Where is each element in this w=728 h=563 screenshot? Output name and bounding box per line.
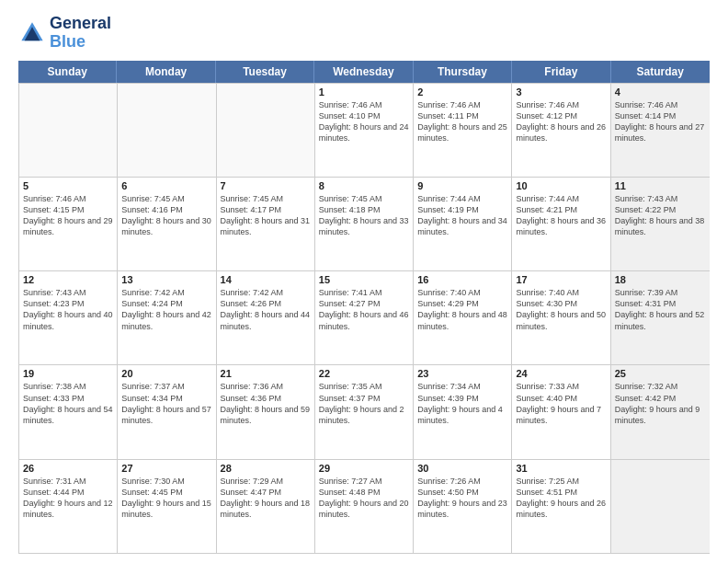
cell-info: Sunrise: 7:43 AM Sunset: 4:23 PM Dayligh… [23,287,113,332]
logo-icon [18,19,46,47]
calendar-cell-8: 8Sunrise: 7:45 AM Sunset: 4:18 PM Daylig… [315,178,414,270]
calendar-cell-11: 11Sunrise: 7:43 AM Sunset: 4:22 PM Dayli… [611,178,710,270]
cell-info: Sunrise: 7:31 AM Sunset: 4:44 PM Dayligh… [23,476,113,521]
logo: General Blue [18,15,111,52]
cell-info: Sunrise: 7:40 AM Sunset: 4:29 PM Dayligh… [417,287,507,332]
cell-info: Sunrise: 7:34 AM Sunset: 4:39 PM Dayligh… [417,381,507,426]
calendar-row-1: 5Sunrise: 7:46 AM Sunset: 4:15 PM Daylig… [19,177,710,270]
day-number: 31 [516,463,606,474]
cell-info: Sunrise: 7:26 AM Sunset: 4:50 PM Dayligh… [417,476,507,521]
cell-info: Sunrise: 7:45 AM Sunset: 4:16 PM Dayligh… [121,193,211,238]
cell-info: Sunrise: 7:32 AM Sunset: 4:42 PM Dayligh… [615,381,706,426]
cell-info: Sunrise: 7:27 AM Sunset: 4:48 PM Dayligh… [319,476,409,521]
cell-info: Sunrise: 7:25 AM Sunset: 4:51 PM Dayligh… [516,476,606,521]
calendar-cell-empty [217,84,315,177]
cell-info: Sunrise: 7:35 AM Sunset: 4:37 PM Dayligh… [319,381,409,426]
calendar-cell-5: 5Sunrise: 7:46 AM Sunset: 4:15 PM Daylig… [19,178,118,270]
calendar-cell-empty [611,460,710,553]
cell-info: Sunrise: 7:33 AM Sunset: 4:40 PM Dayligh… [516,381,606,426]
calendar-cell-27: 27Sunrise: 7:30 AM Sunset: 4:45 PM Dayli… [118,460,216,553]
calendar-cell-19: 19Sunrise: 7:38 AM Sunset: 4:33 PM Dayli… [19,365,118,458]
cell-info: Sunrise: 7:45 AM Sunset: 4:18 PM Dayligh… [319,193,409,238]
cell-info: Sunrise: 7:44 AM Sunset: 4:21 PM Dayligh… [516,193,606,238]
day-number: 2 [417,86,507,98]
weekday-header-friday: Friday [512,61,610,83]
calendar-cell-23: 23Sunrise: 7:34 AM Sunset: 4:39 PM Dayli… [414,365,512,458]
calendar-cell-2: 2Sunrise: 7:46 AM Sunset: 4:11 PM Daylig… [414,84,512,177]
day-number: 30 [417,463,507,474]
calendar-cell-empty [118,84,216,177]
calendar-cell-empty [19,84,118,177]
day-number: 22 [319,368,409,379]
day-number: 5 [23,180,113,191]
calendar-cell-14: 14Sunrise: 7:42 AM Sunset: 4:26 PM Dayli… [217,271,315,364]
cell-info: Sunrise: 7:37 AM Sunset: 4:34 PM Dayligh… [121,381,211,426]
calendar-cell-16: 16Sunrise: 7:40 AM Sunset: 4:29 PM Dayli… [414,271,512,364]
cell-info: Sunrise: 7:44 AM Sunset: 4:19 PM Dayligh… [417,193,507,238]
day-number: 16 [417,274,507,285]
day-number: 17 [516,274,606,285]
page: General Blue SundayMondayTuesdayWednesda… [0,0,728,563]
day-number: 13 [121,274,211,285]
header: General Blue [18,15,710,52]
day-number: 15 [319,274,409,285]
day-number: 25 [615,368,706,379]
calendar: SundayMondayTuesdayWednesdayThursdayFrid… [18,61,710,554]
cell-info: Sunrise: 7:40 AM Sunset: 4:30 PM Dayligh… [516,287,606,332]
calendar-cell-22: 22Sunrise: 7:35 AM Sunset: 4:37 PM Dayli… [315,365,414,458]
weekday-header-saturday: Saturday [611,61,710,83]
calendar-row-2: 12Sunrise: 7:43 AM Sunset: 4:23 PM Dayli… [19,270,710,364]
day-number: 9 [417,180,507,191]
day-number: 27 [121,463,211,474]
calendar-cell-1: 1Sunrise: 7:46 AM Sunset: 4:10 PM Daylig… [315,84,414,177]
day-number: 23 [417,368,507,379]
calendar-cell-31: 31Sunrise: 7:25 AM Sunset: 4:51 PM Dayli… [512,460,610,553]
cell-info: Sunrise: 7:39 AM Sunset: 4:31 PM Dayligh… [615,287,706,332]
calendar-cell-12: 12Sunrise: 7:43 AM Sunset: 4:23 PM Dayli… [19,271,118,364]
calendar-cell-6: 6Sunrise: 7:45 AM Sunset: 4:16 PM Daylig… [118,178,216,270]
calendar-cell-29: 29Sunrise: 7:27 AM Sunset: 4:48 PM Dayli… [315,460,414,553]
cell-info: Sunrise: 7:45 AM Sunset: 4:17 PM Dayligh… [221,193,311,238]
calendar-cell-10: 10Sunrise: 7:44 AM Sunset: 4:21 PM Dayli… [512,178,610,270]
weekday-header-sunday: Sunday [18,61,117,83]
day-number: 24 [516,368,606,379]
cell-info: Sunrise: 7:41 AM Sunset: 4:27 PM Dayligh… [319,287,409,332]
calendar-cell-18: 18Sunrise: 7:39 AM Sunset: 4:31 PM Dayli… [611,271,710,364]
cell-info: Sunrise: 7:46 AM Sunset: 4:10 PM Dayligh… [319,99,409,144]
cell-info: Sunrise: 7:46 AM Sunset: 4:15 PM Dayligh… [23,193,113,238]
day-number: 11 [615,180,706,191]
day-number: 19 [23,368,113,379]
cell-info: Sunrise: 7:29 AM Sunset: 4:47 PM Dayligh… [221,476,311,521]
day-number: 3 [516,86,606,98]
day-number: 4 [615,86,706,98]
calendar-row-0: 1Sunrise: 7:46 AM Sunset: 4:10 PM Daylig… [19,83,710,177]
calendar-cell-28: 28Sunrise: 7:29 AM Sunset: 4:47 PM Dayli… [217,460,315,553]
day-number: 12 [23,274,113,285]
day-number: 26 [23,463,113,474]
weekday-header-monday: Monday [117,61,215,83]
calendar-cell-26: 26Sunrise: 7:31 AM Sunset: 4:44 PM Dayli… [19,460,118,553]
cell-info: Sunrise: 7:30 AM Sunset: 4:45 PM Dayligh… [121,476,211,521]
logo-text: General Blue [50,15,111,52]
day-number: 18 [615,274,706,285]
calendar-cell-15: 15Sunrise: 7:41 AM Sunset: 4:27 PM Dayli… [315,271,414,364]
calendar-cell-17: 17Sunrise: 7:40 AM Sunset: 4:30 PM Dayli… [512,271,610,364]
day-number: 10 [516,180,606,191]
calendar-cell-20: 20Sunrise: 7:37 AM Sunset: 4:34 PM Dayli… [118,365,216,458]
calendar-cell-24: 24Sunrise: 7:33 AM Sunset: 4:40 PM Dayli… [512,365,610,458]
weekday-header-wednesday: Wednesday [314,61,413,83]
cell-info: Sunrise: 7:36 AM Sunset: 4:36 PM Dayligh… [221,381,311,426]
cell-info: Sunrise: 7:43 AM Sunset: 4:22 PM Dayligh… [615,193,706,238]
weekday-header-tuesday: Tuesday [216,61,314,83]
day-number: 21 [221,368,311,379]
calendar-cell-4: 4Sunrise: 7:46 AM Sunset: 4:14 PM Daylig… [611,84,710,177]
cell-info: Sunrise: 7:42 AM Sunset: 4:24 PM Dayligh… [121,287,211,332]
calendar-row-4: 26Sunrise: 7:31 AM Sunset: 4:44 PM Dayli… [19,459,710,553]
calendar-body: 1Sunrise: 7:46 AM Sunset: 4:10 PM Daylig… [18,83,710,554]
cell-info: Sunrise: 7:46 AM Sunset: 4:11 PM Dayligh… [417,99,507,144]
day-number: 1 [319,86,409,98]
cell-info: Sunrise: 7:38 AM Sunset: 4:33 PM Dayligh… [23,381,113,426]
day-number: 28 [221,463,311,474]
cell-info: Sunrise: 7:46 AM Sunset: 4:12 PM Dayligh… [516,99,606,144]
calendar-cell-3: 3Sunrise: 7:46 AM Sunset: 4:12 PM Daylig… [512,84,610,177]
